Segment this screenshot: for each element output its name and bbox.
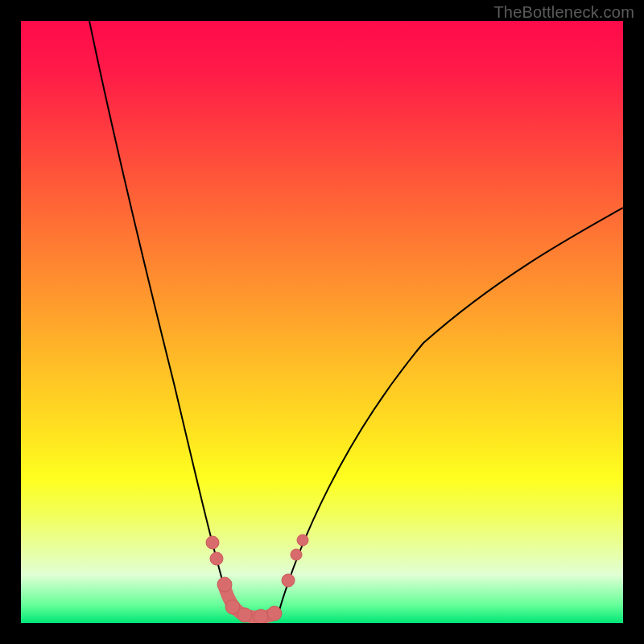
marker-dot [206, 536, 219, 549]
watermark-text: TheBottleneck.com [493, 3, 634, 22]
bottleneck-curve-svg [21, 21, 623, 623]
marker-dot [282, 574, 295, 587]
marker-dot [237, 608, 252, 622]
marker-dot [291, 549, 302, 560]
curve-right-branch [279, 208, 623, 613]
plot-area [21, 21, 623, 623]
marker-dot [210, 552, 223, 565]
marker-dot [267, 606, 282, 621]
curve-left-branch [89, 21, 232, 613]
marker-dot [254, 609, 268, 623]
marker-dot [217, 577, 232, 592]
marker-dot [297, 535, 308, 546]
